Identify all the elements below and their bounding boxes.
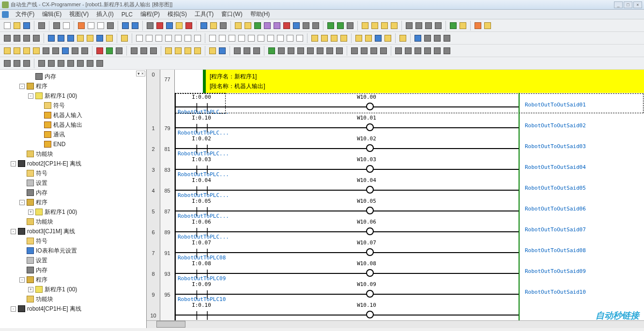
project-tree-button[interactable] bbox=[361, 21, 369, 30]
f3-button[interactable] bbox=[414, 46, 422, 55]
f6-button[interactable] bbox=[443, 46, 451, 55]
transfer-from-button[interactable] bbox=[336, 21, 345, 30]
a5-button[interactable] bbox=[42, 46, 50, 55]
menu-insert[interactable]: 插入(I) bbox=[92, 9, 117, 19]
tree-node[interactable]: END bbox=[2, 139, 145, 149]
f1-button[interactable] bbox=[394, 46, 403, 55]
extra2-button[interactable] bbox=[483, 21, 492, 30]
close-button[interactable]: × bbox=[633, 1, 642, 8]
a2-button[interactable] bbox=[13, 46, 21, 55]
tree-node[interactable]: 功能块 bbox=[2, 217, 145, 226]
tree-node[interactable]: -程序 bbox=[2, 81, 145, 91]
c3-button[interactable] bbox=[184, 46, 192, 55]
coil-icon[interactable] bbox=[366, 165, 374, 173]
output-button[interactable] bbox=[370, 21, 379, 30]
tree-node[interactable]: 功能块 bbox=[2, 149, 145, 159]
zoom-100-button[interactable] bbox=[32, 34, 41, 43]
ladder-rung[interactable]: I:0.00| |RobotOutToPLC...W10.00RobotOutT… bbox=[147, 93, 644, 114]
ladder-rung[interactable]: 10I:0.10| |W10.10 bbox=[147, 301, 644, 320]
coil-icon[interactable] bbox=[366, 311, 374, 318]
contact-no-button[interactable] bbox=[145, 34, 153, 43]
coil-icon[interactable] bbox=[366, 207, 374, 214]
g10-button[interactable] bbox=[95, 59, 104, 68]
ladder-rung[interactable]: 281I:0.02| |RobotOutToPLC...W10.02RobotO… bbox=[147, 135, 644, 155]
t3-button[interactable] bbox=[330, 34, 338, 43]
u1-button[interactable] bbox=[354, 34, 363, 43]
menu-help[interactable]: 帮助(H) bbox=[246, 9, 274, 19]
t4-button[interactable] bbox=[339, 34, 348, 43]
step-over-button[interactable] bbox=[306, 46, 315, 55]
rung-body[interactable]: I:0.10| |W10.10 bbox=[175, 301, 644, 320]
coil-not-button[interactable] bbox=[218, 34, 227, 43]
hline-button[interactable] bbox=[184, 34, 192, 43]
pause2-button[interactable] bbox=[287, 46, 295, 55]
num10-button[interactable] bbox=[130, 46, 138, 55]
coil-icon[interactable] bbox=[366, 290, 374, 298]
num16-button[interactable] bbox=[149, 46, 158, 55]
find-next-button[interactable] bbox=[165, 21, 174, 30]
contact-no-icon[interactable]: | | bbox=[194, 310, 210, 320]
u2-button[interactable] bbox=[364, 34, 373, 43]
tree-node[interactable]: 设置 bbox=[2, 178, 145, 188]
d1-button[interactable] bbox=[233, 46, 242, 55]
select-mode-button[interactable] bbox=[135, 34, 144, 43]
tree-node[interactable]: +新程序1 (00) bbox=[2, 207, 145, 217]
tree-node[interactable]: 功能块 bbox=[2, 294, 145, 304]
rung-body[interactable]: I:0.04| |RobotOutToPLC...W10.04RobotOutT… bbox=[175, 176, 644, 197]
tree-node[interactable]: 内存 bbox=[2, 72, 145, 81]
print-button[interactable] bbox=[52, 21, 61, 30]
section3-button[interactable] bbox=[424, 21, 433, 30]
tree-node[interactable]: 符号 bbox=[2, 101, 145, 110]
cross-ref-button[interactable] bbox=[175, 21, 184, 30]
minimize-button[interactable]: _ bbox=[614, 1, 623, 8]
info-button[interactable] bbox=[199, 21, 208, 30]
g4-button[interactable] bbox=[37, 59, 46, 68]
tree-close-button[interactable]: ▾ × bbox=[136, 71, 145, 76]
coil-icon[interactable] bbox=[366, 227, 374, 235]
play-button[interactable] bbox=[267, 46, 276, 55]
mnemonic-button[interactable] bbox=[120, 34, 129, 43]
e1-button[interactable] bbox=[350, 46, 359, 55]
coil-button[interactable] bbox=[208, 34, 217, 43]
w2-button[interactable] bbox=[423, 34, 432, 43]
comment1-button[interactable] bbox=[76, 34, 85, 43]
zoom-fit-button[interactable] bbox=[3, 34, 12, 43]
rung-body[interactable]: I:0.08| |RobotOutToPLC09W10.08RobotOutTo… bbox=[175, 259, 644, 280]
menu-view[interactable]: 视图(V) bbox=[65, 9, 92, 19]
redo-button[interactable] bbox=[131, 21, 139, 30]
tree-expander[interactable]: + bbox=[28, 210, 33, 215]
num10b-button[interactable] bbox=[139, 46, 148, 55]
extra1-button[interactable] bbox=[474, 21, 482, 30]
e4-button[interactable] bbox=[379, 46, 388, 55]
f2-button[interactable] bbox=[404, 46, 413, 55]
g3-button[interactable] bbox=[22, 59, 31, 68]
horizontal-scrollbar[interactable] bbox=[147, 320, 644, 328]
mode-run-button[interactable] bbox=[263, 21, 272, 30]
coil-icon[interactable] bbox=[366, 123, 374, 131]
f5-button[interactable] bbox=[433, 46, 442, 55]
coil-icon[interactable] bbox=[366, 248, 374, 256]
delete-button[interactable] bbox=[106, 21, 115, 30]
rung-body[interactable]: I:0.07| |RobotOutToPLC08W10.07RobotOutTo… bbox=[175, 239, 644, 259]
rising-button[interactable] bbox=[266, 34, 275, 43]
a1-button[interactable] bbox=[3, 46, 12, 55]
zoom-in-button[interactable] bbox=[22, 34, 31, 43]
address-ref-button[interactable] bbox=[184, 21, 193, 30]
section1-button[interactable] bbox=[405, 21, 414, 30]
w3-button[interactable] bbox=[433, 34, 442, 43]
help-button[interactable] bbox=[209, 21, 218, 30]
tree-node[interactable]: -程序 bbox=[2, 197, 145, 207]
watch-button[interactable] bbox=[380, 21, 389, 30]
paste-button[interactable] bbox=[96, 21, 105, 30]
not-button[interactable] bbox=[286, 34, 294, 43]
d2-button[interactable] bbox=[243, 46, 251, 55]
tree-expander[interactable]: - bbox=[19, 84, 25, 89]
coil-icon[interactable] bbox=[366, 144, 374, 152]
b1-button[interactable] bbox=[95, 46, 104, 55]
grid-button[interactable] bbox=[47, 34, 56, 43]
ladder-rung[interactable]: 689I:0.06| |RobotOutToPLC...W10.06RobotO… bbox=[147, 218, 644, 239]
rung-body[interactable]: I:0.05| |RobotOutToPLC...W10.05RobotOutT… bbox=[175, 197, 644, 218]
tree-expander[interactable]: - bbox=[11, 161, 16, 166]
step-out-button[interactable] bbox=[316, 46, 324, 55]
instr-button[interactable] bbox=[228, 34, 236, 43]
